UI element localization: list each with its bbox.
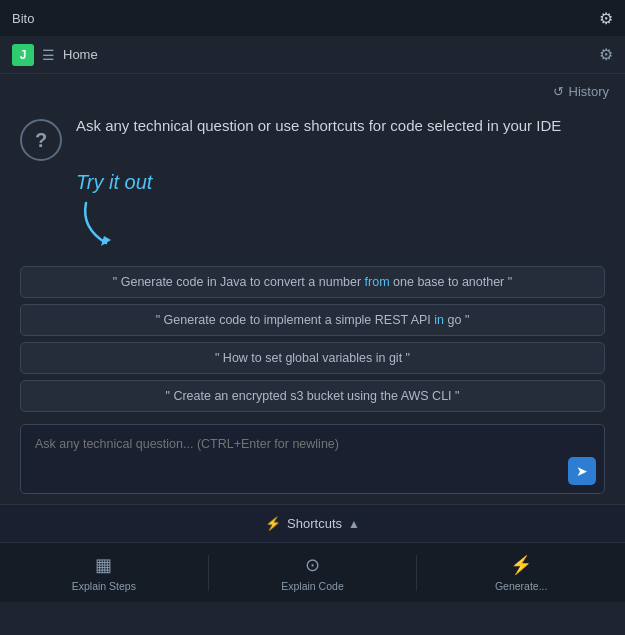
shortcuts-label: Shortcuts — [287, 516, 342, 531]
explain-code-icon: ⊙ — [305, 554, 320, 576]
try-it-arrow — [76, 198, 156, 248]
explain-steps-label: Explain Steps — [72, 580, 136, 592]
tab-home-label[interactable]: Home — [63, 47, 98, 62]
svg-marker-0 — [101, 236, 111, 246]
try-it-text: Try it out — [76, 171, 605, 194]
nav-explain-steps[interactable]: ▦ Explain Steps — [0, 554, 208, 592]
nav-explain-code[interactable]: ⊙ Explain Code — [209, 554, 417, 592]
input-area: ➤ — [20, 424, 605, 494]
app-title: Bito — [12, 11, 34, 26]
avatar: J — [12, 44, 34, 66]
tab-left: J ☰ Home — [12, 44, 98, 66]
explain-steps-icon: ▦ — [95, 554, 112, 576]
nav-generate[interactable]: ⚡ Generate... — [417, 554, 625, 592]
question-circle: ? — [20, 119, 62, 161]
try-it-section: Try it out — [76, 171, 605, 252]
send-button[interactable]: ➤ — [568, 457, 596, 485]
title-bar-left: Bito — [12, 11, 34, 26]
tab-bar: J ☰ Home ⚙ — [0, 36, 625, 74]
suggestion-1[interactable]: " Generate code in Java to convert a num… — [20, 266, 605, 298]
question-input[interactable] — [21, 425, 604, 485]
suggestion-2[interactable]: " Generate code to implement a simple RE… — [20, 304, 605, 336]
explain-code-label: Explain Code — [281, 580, 343, 592]
main-content: ? Ask any technical question or use shor… — [0, 105, 625, 494]
send-icon: ➤ — [576, 463, 588, 479]
generate-icon: ⚡ — [510, 554, 532, 576]
history-button[interactable]: ↺ History — [553, 84, 609, 99]
tab-settings-icon[interactable]: ⚙ — [599, 45, 613, 64]
generate-label: Generate... — [495, 580, 548, 592]
shortcuts-icon: ⚡ — [265, 516, 281, 531]
history-label: History — [569, 84, 609, 99]
suggestion-4[interactable]: " Create an encrypted s3 bucket using th… — [20, 380, 605, 412]
history-bar: ↺ History — [0, 74, 625, 105]
history-icon: ↺ — [553, 84, 564, 99]
title-bar: Bito ⚙ — [0, 0, 625, 36]
shortcuts-bar[interactable]: ⚡ Shortcuts ▲ — [0, 504, 625, 542]
hero-section: ? Ask any technical question or use shor… — [20, 115, 605, 161]
bottom-nav: ▦ Explain Steps ⊙ Explain Code ⚡ Generat… — [0, 542, 625, 602]
suggestions-list: " Generate code in Java to convert a num… — [20, 266, 605, 412]
hamburger-icon[interactable]: ☰ — [42, 47, 55, 63]
settings-icon[interactable]: ⚙ — [599, 9, 613, 28]
chevron-up-icon: ▲ — [348, 517, 360, 531]
hero-text: Ask any technical question or use shortc… — [76, 115, 561, 138]
suggestion-3[interactable]: " How to set global variables in git " — [20, 342, 605, 374]
